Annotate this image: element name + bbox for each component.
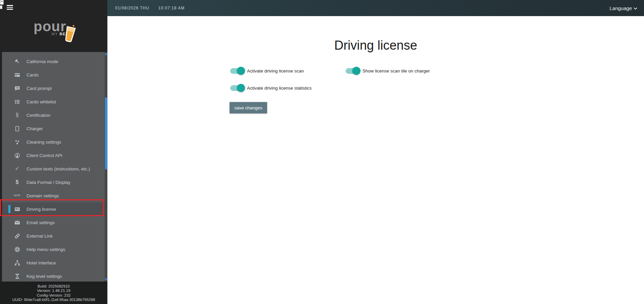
toggle-row-show-license-scan-tile-on-charger: Show license scan tile on charger — [346, 67, 430, 75]
sidebar-item-label: External Link — [27, 234, 53, 239]
main-content: Driving license Activate driving license… — [107, 16, 644, 304]
save-changes-button[interactable]: save changes — [230, 102, 267, 113]
check-icon: ✓ — [13, 166, 21, 172]
sidebar-item-data-format-display[interactable]: $Data Format / Display — [2, 175, 107, 189]
credit-card-icon — [13, 72, 21, 78]
envelope-icon — [13, 219, 21, 225]
beer-glass-icon — [63, 24, 78, 44]
top-bar: 01/08/2026 THU 10:07:18 AM Language — [107, 0, 644, 16]
uuid-info: UUID: 90de7ca8-b0f1-11ef-95aa-30138b7952… — [0, 298, 107, 302]
scroll-down-arrow[interactable] — [105, 278, 107, 281]
hourglass-icon — [13, 273, 21, 279]
sidebar-item-label: Charger — [27, 126, 43, 131]
datetime-display: 01/08/2026 THU 10:07:18 AM — [115, 6, 185, 10]
toggle-show-license-scan-tile-on-charger[interactable] — [346, 68, 360, 74]
sidebar-item-label: Certification — [27, 113, 50, 118]
toggle-knob — [352, 67, 360, 75]
sidebar-footer: Build: 2025082910 Version: 1.48.21.19 Co… — [0, 282, 107, 304]
drops-icon — [13, 139, 21, 145]
sidebar-item-label: Custom texts (instructions, etc.) — [27, 166, 90, 171]
http-icon: HTTP — [13, 193, 21, 199]
config-version-info: Config-Version: 232 — [0, 293, 107, 298]
sidebar-item-certification[interactable]: §Certification — [2, 108, 107, 122]
sidebar-item-label: Driving license — [27, 207, 56, 212]
id-card-icon — [13, 206, 21, 212]
sidebar-item-label: Keg level settings — [27, 274, 62, 279]
gavel-icon — [13, 58, 21, 64]
menu-toggle-button[interactable] — [7, 5, 13, 10]
sidebar-item-charger[interactable]: Charger — [2, 122, 107, 135]
date-text: 01/08/2026 THU — [115, 6, 149, 10]
sidebar: pour MY BEER California modeCardsCard pr… — [0, 0, 107, 304]
sidebar-item-label: Client Control API — [27, 153, 62, 158]
language-label: Language — [609, 5, 632, 11]
sidebar-item-label: Cleaning settings — [27, 140, 61, 145]
toggle-knob — [237, 67, 245, 75]
link-icon — [13, 233, 21, 239]
hamburger-icon — [7, 5, 13, 6]
sidebar-item-hotel-interface[interactable]: Hotel Interface — [2, 256, 107, 269]
toggle-label: Show license scan tile on charger — [362, 68, 430, 73]
sidebar-item-california-mode[interactable]: California mode — [2, 55, 107, 68]
language-dropdown[interactable]: Language — [609, 5, 637, 11]
sidebar-item-client-control-api[interactable]: Client Control API — [2, 149, 107, 162]
version-info: Version: 1.48.21.19 — [0, 289, 107, 293]
sidebar-item-cards[interactable]: Cards — [2, 68, 107, 82]
tablet-icon — [13, 125, 21, 132]
scrollbar-thumb[interactable] — [105, 97, 107, 169]
sidebar-item-label: Cards — [27, 72, 39, 78]
sidebar-item-driving-license[interactable]: Driving license — [2, 202, 107, 216]
sidebar-item-label: Card prompt — [27, 86, 52, 91]
sidebar-item-label: California mode — [27, 59, 58, 64]
time-text: 10:07:18 AM — [158, 6, 185, 10]
list-icon — [13, 99, 21, 105]
toggle-knob — [237, 84, 245, 92]
page-title: Driving license — [107, 38, 644, 53]
toggle-row-activate-driving-license-scan: Activate driving license scan — [230, 67, 304, 75]
toggle-activate-driving-license-statistics[interactable] — [230, 85, 244, 91]
toggle-row-activate-driving-license-statistics: Activate driving license statistics — [230, 84, 312, 92]
sidebar-item-label: Data Format / Display — [27, 180, 70, 185]
chevron-down-icon — [634, 7, 637, 10]
toggle-activate-driving-license-scan[interactable] — [230, 68, 244, 74]
sidebar-item-label: Domain settings — [27, 193, 59, 198]
sidebar-item-cards-whitelist[interactable]: Cards whitelist — [2, 95, 107, 108]
chat-icon — [13, 85, 21, 91]
sidebar-item-email-settings[interactable]: Email settings — [2, 216, 107, 229]
build-info: Build: 2025082910 — [0, 284, 107, 289]
sidebar-item-label: Cards whitelist — [27, 99, 56, 104]
sidebar-menu: California modeCardsCard promptCards whi… — [2, 52, 107, 282]
sidebar-item-label: Email settings — [27, 220, 55, 225]
sidebar-item-label: Help menu settings — [27, 247, 65, 252]
sidebar-item-custom-texts-instructions-etc[interactable]: ✓Custom texts (instructions, etc.) — [2, 162, 107, 175]
sidebar-item-card-prompt[interactable]: Card prompt — [2, 82, 107, 95]
toggle-label: Activate driving license scan — [247, 68, 304, 73]
sidebar-item-domain-settings[interactable]: HTTPDomain settings — [2, 189, 107, 202]
sidebar-item-keg-level-settings[interactable]: Keg level settings — [2, 269, 107, 282]
sidebar-item-external-link[interactable]: External Link — [2, 229, 107, 243]
toggle-label: Activate driving license statistics — [247, 86, 312, 91]
section-icon: § — [13, 112, 21, 118]
sidebar-item-label: Hotel Interface — [27, 260, 56, 265]
sidebar-scrollbar — [105, 52, 107, 282]
sidebar-item-help-menu-settings[interactable]: Help menu settings — [2, 243, 107, 256]
dollar-icon: $ — [13, 179, 21, 185]
podcast-icon — [13, 152, 21, 158]
sidebar-item-cleaning-settings[interactable]: Cleaning settings — [2, 135, 107, 149]
scroll-up-arrow[interactable] — [105, 53, 107, 55]
broken-image-artifact — [0, 0, 4, 5]
sitemap-icon — [13, 260, 21, 266]
life-ring-icon — [13, 246, 21, 252]
broken-image-artifact — [0, 5, 2, 9]
